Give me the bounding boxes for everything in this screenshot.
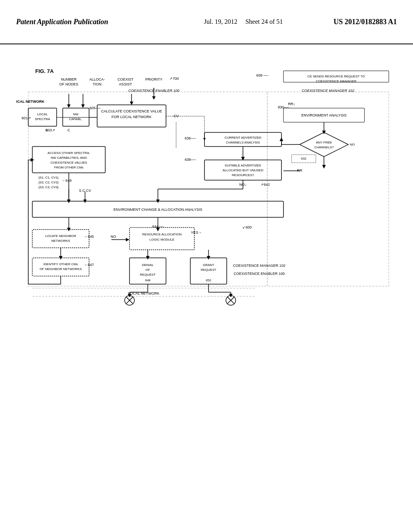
svg-text:{S3, C3, CV3}: {S3, C3, CV3}: [38, 185, 58, 189]
page-header: Patent Application Publication Jul. 19, …: [0, 0, 413, 44]
svg-text:CAPABL.: CAPABL.: [69, 117, 82, 121]
svg-rect-15: [267, 92, 389, 286]
svg-text:SUITABLE ADVERTIZED: SUITABLE ADVERTIZED: [225, 164, 261, 167]
svg-text:←645: ←645: [84, 235, 94, 239]
svg-text:YES→: YES→: [191, 231, 202, 235]
svg-text:ACCESS OTHER SPECTRA,: ACCESS OTHER SPECTRA,: [48, 151, 90, 155]
svg-text:NO: NO: [111, 235, 116, 239]
svg-text:NO: NO: [350, 143, 355, 146]
svg-text:IDENTIFY OTHER CMs: IDENTIFY OTHER CMs: [44, 262, 78, 266]
svg-text:638──: 638──: [185, 158, 196, 162]
pub-date: Jul. 19, 2012: [204, 18, 238, 25]
svg-text:FROM OTHER CMs: FROM OTHER CMs: [54, 166, 83, 169]
svg-text:COEXISTENCE ENABLER 100: COEXISTENCE ENABLER 100: [234, 272, 285, 276]
diagram-area: FIG. 7A NUMBER OF NODES ALLOCA- TION COE…: [16, 48, 397, 516]
svg-text:636──: 636──: [185, 136, 196, 140]
svg-text:DENIAL: DENIAL: [142, 263, 154, 267]
svg-text:644──: 644──: [152, 224, 164, 229]
sheet-info: Sheet 24 of 51: [245, 18, 283, 25]
svg-rect-45: [204, 132, 282, 146]
svg-text:LOGIC MODULE: LOGIC MODULE: [150, 238, 174, 241]
svg-text:ALLOCA-: ALLOCA-: [90, 77, 105, 81]
svg-text:OF NEIGHBOR NETWORKS: OF NEIGHBOR NETWORKS: [40, 267, 82, 271]
svg-text:COEXISTENCE VALUES: COEXISTENCE VALUES: [50, 161, 87, 164]
svg-text:608 ──: 608 ──: [256, 73, 269, 77]
fig-label: FIG. 7A: [35, 68, 54, 74]
svg-text:830──: 830──: [278, 105, 289, 109]
svg-text:COEXISTENCE MANAGER: COEXISTENCE MANAGER: [316, 79, 356, 83]
svg-text:←647: ←647: [84, 263, 94, 267]
svg-text:603↗: 603↗: [46, 128, 55, 132]
svg-text:CALCULATE COEXISTENCE VALUE: CALCULATE COEXISTENCE VALUE: [101, 109, 162, 113]
svg-text:605──: 605──: [90, 106, 101, 110]
svg-text:NW: NW: [73, 112, 79, 116]
svg-text:RESOURCES?: RESOURCES?: [232, 173, 254, 177]
svg-text:648: 648: [145, 278, 151, 282]
svg-text:601↗: 601↗: [22, 116, 31, 120]
svg-text:TION: TION: [93, 82, 102, 86]
svg-text:ANY FREE: ANY FREE: [316, 141, 332, 144]
svg-text:↗642: ↗642: [261, 183, 270, 187]
svg-text:OF: OF: [146, 268, 150, 272]
svg-text:NUMBER: NUMBER: [61, 77, 77, 81]
svg-text:ENVIRONMENT ANALYSIS: ENVIRONMENT ANALYSIS: [301, 113, 346, 117]
svg-text:CHANNELS?: CHANNELS?: [314, 145, 334, 149]
svg-text:REQUEST: REQUEST: [201, 268, 217, 272]
svg-text:LOCATE NEIGHBOR: LOCATE NEIGHBOR: [45, 234, 76, 238]
svg-text:RESOURCE ALLOCATION: RESOURCE ALLOCATION: [142, 233, 182, 236]
svg-text:ALLOCATED BUT UNUSED: ALLOCATED BUT UNUSED: [223, 168, 263, 172]
svg-text:COEXIST: COEXIST: [117, 77, 133, 81]
svg-text:LOCAL NETWORK: LOCAL NETWORK: [128, 291, 159, 295]
svg-marker-38: [300, 132, 348, 156]
svg-text:NETWORKS: NETWORKS: [51, 239, 70, 243]
svg-text:LOCAL: LOCAL: [37, 112, 48, 116]
header-center: Jul. 19, 2012 Sheet 24 of 51: [153, 18, 334, 25]
svg-text:{S2, C2, CV2}: {S2, C2, CV2}: [38, 181, 58, 184]
svg-text:PRIORITY: PRIORITY: [145, 77, 163, 81]
svg-text:NW CAPABILITIES, AND: NW CAPABILITIES, AND: [51, 156, 87, 160]
svg-text:↙600: ↙600: [242, 225, 252, 229]
svg-text:632: 632: [301, 157, 307, 160]
publication-title: Patent Application Publication: [16, 18, 153, 26]
svg-text:SPECTRA: SPECTRA: [35, 117, 50, 121]
svg-text:LOCAL NETWORK: LOCAL NETWORK: [16, 100, 45, 104]
svg-text:←649: ←649: [62, 179, 72, 183]
svg-text:CE SENDS RESOURCE REQUEST TO: CE SENDS RESOURCE REQUEST TO: [307, 75, 365, 78]
svg-text:RR↓: RR↓: [288, 102, 295, 106]
svg-text:652: 652: [206, 278, 211, 282]
patent-number: US 2012/0182883 A1: [334, 18, 397, 26]
svg-text:OF NODES: OF NODES: [59, 82, 78, 86]
svg-text:FOR LOCAL NETWORK: FOR LOCAL NETWORK: [112, 115, 152, 119]
svg-text:COEXISTENCE MANAGER 102: COEXISTENCE MANAGER 102: [302, 89, 354, 93]
svg-text:↗700: ↗700: [169, 77, 179, 81]
svg-text:REQUEST: REQUEST: [140, 273, 156, 276]
svg-text:CURRENT ADVERTIZED: CURRENT ADVERTIZED: [225, 136, 262, 139]
svg-text:C: C: [67, 128, 70, 132]
svg-text:CV: CV: [173, 114, 179, 118]
svg-text:COEXISTENCE MANAGER 102: COEXISTENCE MANAGER 102: [233, 264, 285, 268]
svg-text:CHANNELS ANALYSIS: CHANNELS ANALYSIS: [226, 141, 260, 144]
svg-text:GRANT: GRANT: [203, 263, 214, 267]
svg-text:ENVIRONMENT CHANGE & ALLOCATIO: ENVIRONMENT CHANGE & ALLOCATION ANALYSIS: [114, 208, 202, 212]
svg-text:{S1, C1, CV1}: {S1, C1, CV1}: [38, 176, 58, 179]
svg-text:ASSIST: ASSIST: [119, 82, 132, 86]
